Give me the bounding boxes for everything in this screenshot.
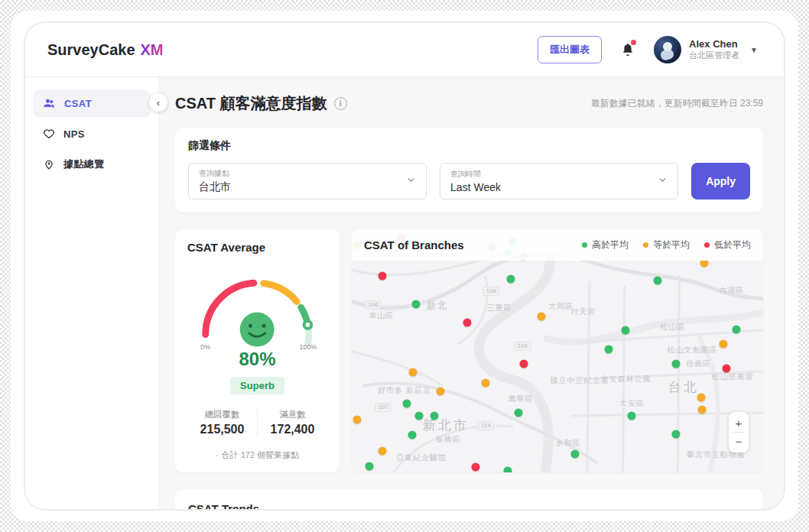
apply-button[interactable]: Apply bbox=[691, 163, 750, 200]
gauge-max-label: 100% bbox=[299, 343, 317, 351]
cards-row: CSAT Average 0% 100% 80% bbox=[175, 229, 763, 472]
export-charts-button[interactable]: 匯出圖表 bbox=[538, 36, 602, 63]
branch-marker-green[interactable] bbox=[621, 326, 629, 334]
page-title: CSAT 顧客滿意度指數 i bbox=[175, 93, 347, 114]
map-place-label: 台北 bbox=[668, 378, 699, 396]
heart-icon bbox=[43, 128, 55, 140]
title-row: CSAT 顧客滿意度指數 i 最新數據已就緒，更新時間截至昨日 23:59 bbox=[175, 93, 763, 114]
branch-marker-orange[interactable] bbox=[436, 388, 444, 396]
branch-marker-red[interactable] bbox=[378, 272, 386, 281]
road-number-badge: 108 bbox=[483, 287, 499, 296]
chevron-down-icon bbox=[658, 174, 668, 188]
map-place-label: 泰山區 bbox=[369, 310, 394, 321]
brand-logo: SurveyCake XM bbox=[47, 41, 164, 59]
branch-marker-orange[interactable] bbox=[378, 447, 386, 456]
filter-select-time[interactable]: 查詢時間Last Week bbox=[440, 163, 678, 200]
map-place-label: 大安區 bbox=[619, 398, 645, 409]
legend-dot-icon bbox=[582, 242, 587, 248]
pin-icon bbox=[43, 158, 55, 170]
branches-map[interactable]: 新北泰山區三重區大同區行天宮松山區內湖區松山文創園區信義區台北松山慈惠堂大安森林… bbox=[352, 229, 763, 472]
filter-panel: 篩選條件 查詢據點台北市查詢時間Last WeekApply bbox=[175, 128, 763, 212]
branch-marker-green[interactable] bbox=[653, 277, 661, 285]
branch-marker-green[interactable] bbox=[507, 274, 515, 283]
branch-marker-orange[interactable] bbox=[353, 415, 361, 423]
data-status-text: 最新數據已就緒，更新時間截至昨日 23:59 bbox=[591, 97, 763, 110]
zoom-out-button[interactable]: − bbox=[729, 433, 749, 450]
branch-marker-red[interactable] bbox=[723, 364, 731, 372]
user-name: Alex Chen bbox=[689, 38, 739, 50]
branch-marker-green[interactable] bbox=[366, 462, 374, 471]
chevron-down-icon bbox=[406, 174, 416, 188]
stat-label: 滿意數 bbox=[258, 409, 327, 420]
road-number-badge: 107 bbox=[375, 403, 391, 412]
sidebar-collapse-button[interactable]: ‹ bbox=[149, 93, 167, 112]
csat-branches-title: CSAT of Branches bbox=[364, 238, 464, 251]
stat-label: 總回覆數 bbox=[187, 409, 257, 420]
branch-marker-green[interactable] bbox=[504, 467, 512, 472]
branch-marker-green[interactable] bbox=[733, 326, 741, 334]
branch-marker-green[interactable] bbox=[627, 411, 635, 420]
select-texts: 查詢時間Last Week bbox=[450, 169, 658, 193]
brand-logo-text: SurveyCake bbox=[47, 41, 135, 59]
branch-marker-orange[interactable] bbox=[538, 312, 546, 320]
map-zoom-control: + − bbox=[729, 412, 749, 453]
csat-average-value: 80% bbox=[239, 349, 275, 370]
branch-marker-green[interactable] bbox=[430, 411, 438, 420]
app-header: SurveyCake XM 匯出圖表 Alex Chen 台北區管理者 ▼ bbox=[25, 23, 784, 76]
legend-item: 等於平均 bbox=[643, 238, 690, 251]
map-card-header: CSAT of Branches 高於平均等於平均低於平均 bbox=[352, 229, 763, 261]
stat: 滿意數172,400 bbox=[257, 409, 327, 436]
filter-select-branch[interactable]: 查詢據點台北市 bbox=[188, 163, 427, 200]
branch-marker-orange[interactable] bbox=[408, 368, 417, 376]
branch-marker-orange[interactable] bbox=[720, 340, 728, 349]
branch-marker-green[interactable] bbox=[411, 300, 420, 308]
branch-marker-red[interactable] bbox=[472, 463, 480, 472]
main-content: CSAT 顧客滿意度指數 i 最新數據已就緒，更新時間截至昨日 23:59 篩選… bbox=[158, 77, 784, 509]
map-place-label: 好市多 新莊店 bbox=[378, 385, 431, 396]
map-place-label: 三重區 bbox=[487, 303, 512, 313]
branch-marker-green[interactable] bbox=[571, 450, 580, 459]
info-icon[interactable]: i bbox=[334, 97, 347, 110]
gauge-needle-dot bbox=[304, 321, 311, 329]
notification-bell-icon[interactable] bbox=[620, 41, 635, 58]
csat-trends-title: CSAT Trends bbox=[188, 502, 750, 509]
sidebar-item-csat[interactable]: CSAT bbox=[33, 90, 151, 117]
filter-fields: 查詢據點台北市查詢時間Last WeekApply bbox=[188, 163, 750, 200]
branch-marker-orange[interactable] bbox=[698, 405, 707, 414]
map-legend: 高於平均等於平均低於平均 bbox=[582, 238, 751, 251]
branch-marker-green[interactable] bbox=[414, 411, 423, 420]
branch-marker-orange[interactable] bbox=[482, 378, 490, 387]
csat-average-card: CSAT Average 0% 100% 80% bbox=[175, 229, 340, 472]
branch-count-footnote: 合計 172 個營業據點 bbox=[216, 449, 299, 461]
sidebar-item-據點總覽[interactable]: 據點總覽 bbox=[33, 151, 151, 178]
select-value: Last Week bbox=[450, 181, 658, 193]
sidebar-item-nps[interactable]: NPS bbox=[33, 121, 151, 147]
legend-label: 低於平均 bbox=[714, 238, 751, 251]
csat-rating-badge: Superb bbox=[230, 377, 284, 394]
branch-marker-red[interactable] bbox=[463, 319, 471, 327]
csat-average-title: CSAT Average bbox=[187, 241, 265, 254]
road-number-badge: 106 bbox=[365, 300, 381, 310]
header-actions: 匯出圖表 Alex Chen 台北區管理者 ▼ bbox=[538, 36, 758, 63]
map-place-label: 板橋區 bbox=[436, 434, 461, 445]
gauge-segment-orange bbox=[263, 284, 297, 302]
legend-label: 高於平均 bbox=[592, 238, 629, 251]
branch-marker-green[interactable] bbox=[604, 345, 612, 354]
branch-marker-green[interactable] bbox=[402, 400, 411, 408]
branch-marker-green[interactable] bbox=[672, 359, 681, 368]
sidebar: CSATNPS據點總覽 bbox=[25, 77, 158, 509]
branch-marker-red[interactable] bbox=[520, 359, 528, 368]
user-menu[interactable]: Alex Chen 台北區管理者 ▼ bbox=[654, 36, 758, 63]
avatar bbox=[654, 36, 681, 63]
sidebar-item-label: NPS bbox=[63, 128, 85, 140]
map-place-label: 松山文創園區 bbox=[667, 345, 717, 355]
branch-marker-green[interactable] bbox=[408, 431, 416, 440]
road-number-badge: 114 bbox=[478, 421, 494, 430]
select-label: 查詢時間 bbox=[450, 169, 658, 180]
zoom-in-button[interactable]: + bbox=[729, 414, 749, 432]
branch-marker-orange[interactable] bbox=[697, 394, 706, 402]
select-value: 台北市 bbox=[199, 180, 406, 194]
page-title-text: CSAT 顧客滿意度指數 bbox=[175, 93, 327, 114]
branch-marker-green[interactable] bbox=[515, 409, 523, 417]
branch-marker-green[interactable] bbox=[672, 430, 681, 439]
